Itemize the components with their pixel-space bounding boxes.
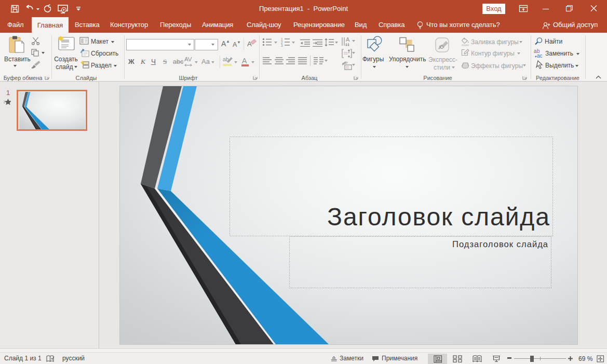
svg-text:А: А bbox=[247, 40, 252, 48]
svg-text:ac: ac bbox=[537, 53, 543, 58]
svg-text:A: A bbox=[346, 36, 350, 43]
svg-text:Заголовок слайда: Заголовок слайда bbox=[327, 203, 549, 231]
svg-text:Подзаголовок слайда: Подзаголовок слайда bbox=[452, 239, 548, 249]
svg-text:3: 3 bbox=[281, 44, 283, 47]
